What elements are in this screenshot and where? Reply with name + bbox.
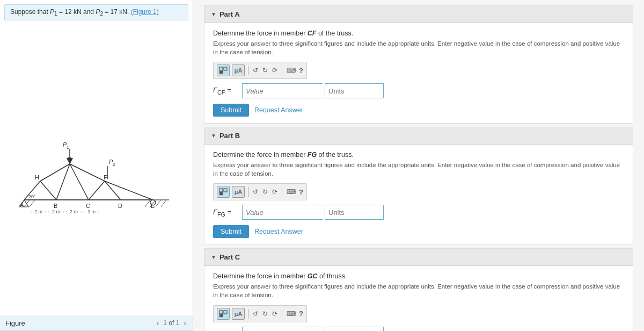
part-a-undo-icon[interactable]: ↺ (252, 66, 259, 75)
part-a-desc-pre: Determine the force in member (213, 30, 308, 37)
part-b-units-input[interactable] (325, 205, 384, 220)
part-a-format-btn[interactable] (217, 64, 230, 76)
part-c-description: Determine the force in member GC of thru… (213, 272, 624, 280)
part-b-input-label: FFG = (213, 208, 240, 218)
part-b-redo-icon[interactable]: ↻ (261, 187, 269, 197)
nav-page: 1 of 1 (163, 319, 179, 327)
part-a-sep1 (248, 66, 248, 75)
part-b-body: Determine the force in member FG of the … (204, 145, 633, 244)
nav-next-button[interactable]: › (182, 319, 187, 327)
part-b-sep1 (248, 187, 248, 197)
part-b-header: ▼ Part B (204, 127, 633, 145)
part-a-collapse-icon[interactable]: ▼ (211, 11, 216, 17)
part-b-text-btn[interactable]: μA (232, 186, 245, 198)
svg-rect-46 (224, 311, 227, 314)
part-c-input-row: FGC = (213, 327, 624, 331)
svg-text:C: C (86, 203, 90, 209)
part-c-format-btn[interactable] (217, 308, 230, 320)
part-b-refresh-icon[interactable]: ⟳ (271, 187, 279, 197)
part-b-format-btn[interactable] (217, 186, 230, 198)
svg-line-14 (70, 164, 105, 181)
part-a-help-icon[interactable]: ? (299, 67, 303, 75)
part-b-section: ▼ Part B Determine the force in member F… (204, 127, 633, 245)
nav-prev-button[interactable]: ‹ (156, 319, 160, 327)
part-a-input-label: FCF = (213, 86, 240, 96)
part-c-header: ▼ Part C (204, 249, 633, 266)
part-c-title: Part C (219, 253, 240, 261)
part-a-input-row: FCF = (213, 83, 624, 98)
svg-line-7 (161, 200, 166, 207)
svg-rect-41 (219, 71, 223, 74)
svg-line-15 (105, 181, 153, 200)
part-b-title: Part B (219, 132, 240, 140)
part-c-keyboard-icon[interactable]: ⌨ (286, 309, 297, 319)
part-b-submit-button[interactable]: Submit (213, 225, 249, 238)
figure-header: Figure ‹ 1 of 1 › (0, 315, 193, 331)
svg-text:D: D (118, 203, 122, 209)
part-b-sep2 (282, 187, 282, 197)
part-c-instruction: Express your answer to three significant… (213, 282, 624, 299)
part-b-request-link[interactable]: Request Answer (254, 228, 303, 235)
part-a-text-btn[interactable]: μA (232, 64, 245, 76)
svg-text:H: H (35, 174, 39, 181)
part-a-submit-button[interactable]: Submit (213, 104, 249, 117)
part-b-member: FG (308, 151, 317, 159)
svg-rect-47 (219, 314, 223, 317)
part-a-section: ▼ Part A Determine the force in member C… (204, 5, 633, 124)
figure-link[interactable]: (Figure 1) (131, 8, 159, 16)
part-a-redo-icon[interactable]: ↻ (261, 66, 269, 75)
part-b-help-icon[interactable]: ? (299, 188, 303, 196)
svg-text:20°: 20° (28, 194, 36, 199)
part-b-undo-icon[interactable]: ↺ (252, 187, 259, 197)
svg-line-18 (70, 164, 89, 200)
part-b-toolbar: μA ↺ ↻ ⟳ ⌨ ? (213, 183, 307, 200)
svg-rect-44 (219, 192, 223, 195)
truss-diagram: A B C D E G H F P 1 P 2 (13, 127, 180, 213)
part-b-value-input[interactable] (242, 205, 323, 220)
part-b-collapse-icon[interactable]: ▼ (211, 133, 216, 139)
part-b-description: Determine the force in member FG of the … (213, 151, 624, 159)
part-a-instruction: Express your answer to three significant… (213, 39, 624, 56)
part-a-body: Determine the force in member CF of the … (204, 23, 633, 123)
svg-text:2: 2 (113, 162, 115, 167)
part-a-title: Part A (219, 10, 240, 18)
part-a-units-input[interactable] (325, 83, 384, 98)
part-c-value-input[interactable] (242, 327, 323, 331)
part-a-header: ▼ Part A (204, 6, 633, 23)
part-c-member: GC (308, 272, 318, 280)
part-a-value-input[interactable] (242, 83, 323, 98)
svg-rect-40 (224, 67, 227, 70)
part-c-section: ▼ Part C Determine the force in member G… (204, 248, 633, 331)
part-c-sep1 (248, 309, 248, 319)
part-a-description: Determine the force in member CF of the … (213, 30, 624, 37)
part-c-text-btn[interactable]: μA (232, 308, 245, 320)
part-a-sep2 (282, 66, 282, 75)
part-a-refresh-icon[interactable]: ⟳ (271, 66, 279, 75)
part-a-desc-post: of the truss. (316, 30, 353, 37)
svg-text:B: B (54, 203, 57, 209)
part-b-desc-pre: Determine the force in member (213, 151, 308, 159)
svg-line-19 (89, 181, 105, 200)
part-c-collapse-icon[interactable]: ▼ (211, 254, 216, 260)
figure-body: A B C D E G H F P 1 P 2 (0, 25, 193, 315)
svg-text:←2 m→←2 m→←2 m→←2 m→: ←2 m→←2 m→←2 m→←2 m→ (30, 209, 100, 213)
part-a-btn-row: Submit Request Answer (213, 104, 624, 117)
svg-text:F: F (104, 174, 107, 181)
svg-text:E: E (151, 203, 155, 209)
part-c-redo-icon[interactable]: ↻ (261, 309, 269, 319)
part-c-help-icon[interactable]: ? (299, 310, 303, 318)
part-b-keyboard-icon[interactable]: ⌨ (286, 187, 297, 197)
svg-line-6 (156, 200, 161, 207)
svg-line-4 (145, 200, 150, 207)
svg-rect-42 (219, 189, 223, 192)
svg-line-16 (40, 181, 56, 200)
part-c-refresh-icon[interactable]: ⟳ (271, 309, 279, 319)
svg-rect-39 (219, 67, 223, 70)
part-c-desc-post: of thruss. (318, 272, 347, 280)
part-c-undo-icon[interactable]: ↺ (252, 309, 259, 319)
part-a-keyboard-icon[interactable]: ⌨ (286, 66, 297, 75)
part-a-request-link[interactable]: Request Answer (254, 106, 303, 114)
part-c-units-input[interactable] (325, 327, 384, 331)
part-b-instruction: Express your answer to three significant… (213, 161, 624, 178)
assumption-text: Suppose that P1 = 12 kN and P2 = 17 kN. … (4, 4, 188, 20)
